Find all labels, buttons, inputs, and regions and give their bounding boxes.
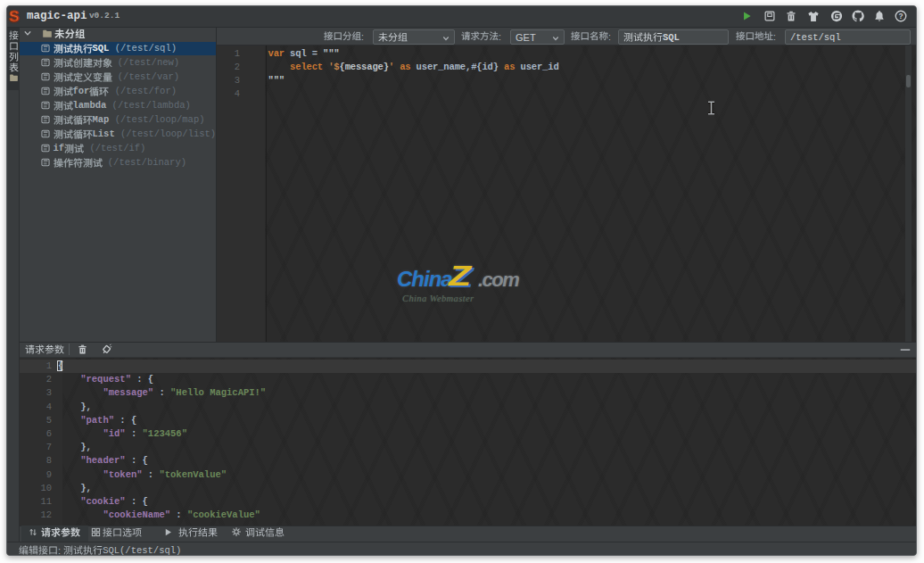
svg-text:?: ?: [898, 12, 903, 21]
